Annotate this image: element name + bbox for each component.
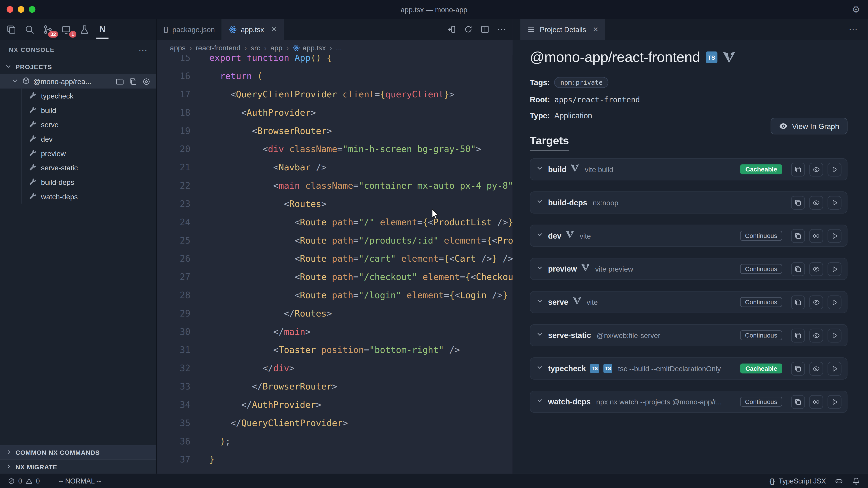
split-editor-icon[interactable] [480,25,489,34]
code-line-34[interactable]: 34 </AuthProvider> [157,396,513,414]
run-target-button[interactable] [828,196,841,209]
chevron-down-icon[interactable] [536,297,544,307]
target-icon[interactable] [142,77,151,86]
view-target-button[interactable] [809,162,823,176]
files-icon[interactable] [4,20,18,39]
language-mode[interactable]: {} TypeScript JSX [770,477,826,485]
view-target-button[interactable] [809,229,823,242]
sidebar-target-build-deps[interactable]: build-deps [0,175,156,189]
breadcrumb-item-apps[interactable]: apps [170,43,186,52]
search-icon[interactable] [23,20,36,39]
code-line-15[interactable]: 15export function App() { [157,55,513,67]
code-line-23[interactable]: 23 <Routes> [157,195,513,213]
code-line-38[interactable]: 38 [157,468,513,474]
breadcrumb-item-src[interactable]: src [251,43,260,52]
tree-section-projects[interactable]: PROJECTS [0,60,156,74]
code-line-36[interactable]: 36 ); [157,432,513,451]
tab-package-json[interactable]: {} package.json [157,19,222,40]
sidebar-section-common-nx-commands[interactable]: COMMON NX COMMANDS [0,445,156,459]
copy-icon[interactable] [129,77,137,86]
code-line-20[interactable]: 20 <div className="min-h-screen bg-gray-… [157,140,513,158]
chevron-down-icon[interactable] [536,264,544,274]
close-tab-icon[interactable]: ✕ [593,26,598,33]
chevron-down-icon[interactable] [536,164,544,174]
sidebar-target-build[interactable]: build [0,103,156,118]
copy-target-button[interactable] [791,162,805,176]
tab-project-details[interactable]: Project Details ✕ [520,19,605,40]
testing-flask-icon[interactable] [78,20,91,39]
bell-icon[interactable] [852,477,860,485]
code-line-30[interactable]: 30 </main> [157,323,513,341]
breadcrumb-item-react-frontend[interactable]: react-frontend [196,43,241,52]
view-in-graph-button[interactable]: View In Graph [770,118,847,134]
code-line-22[interactable]: 22 <main className="container mx-auto px… [157,176,513,195]
run-target-button[interactable] [828,395,841,409]
sidebar-target-serve-static[interactable]: serve-static [0,160,156,175]
sidebar-target-watch-deps[interactable]: watch-deps [0,189,156,204]
copy-target-button[interactable] [791,361,805,375]
copy-target-button[interactable] [791,262,805,276]
settings-gear-icon[interactable]: ⚙ [852,4,860,15]
code-line-29[interactable]: 29 </Routes> [157,304,513,323]
copy-target-button[interactable] [791,328,805,342]
run-target-button[interactable] [828,229,841,242]
code-line-28[interactable]: 28 <Route path="/login" element={<Login … [157,286,513,304]
more-actions-icon[interactable]: ⋯ [848,24,859,34]
copy-target-button[interactable] [791,196,805,209]
tab-app-tsx[interactable]: app.tsx ✕ [222,19,284,40]
code-line-33[interactable]: 33 </BrowserRouter> [157,377,513,396]
remote-monitor-icon[interactable]: 1 [59,20,72,39]
code-line-24[interactable]: 24 <Route path="/" element={<ProductList… [157,213,513,231]
code-line-25[interactable]: 25 <Route path="/products/:id" element={… [157,231,513,250]
view-target-button[interactable] [809,395,823,409]
run-target-button[interactable] [828,361,841,375]
close-tab-icon[interactable]: ✕ [271,26,277,33]
nx-console-icon[interactable]: N [96,20,109,39]
sidebar-target-dev[interactable]: dev [0,132,156,146]
code-line-31[interactable]: 31 <Toaster position="bottom-right" /> [157,341,513,359]
code-line-21[interactable]: 21 <Navbar /> [157,158,513,176]
open-changes-icon[interactable] [447,25,456,34]
copy-target-button[interactable] [791,229,805,242]
view-target-button[interactable] [809,295,823,309]
code-line-26[interactable]: 26 <Route path="/cart" element={<Cart />… [157,250,513,268]
view-target-button[interactable] [809,328,823,342]
view-target-button[interactable] [809,196,823,209]
copilot-icon[interactable] [835,477,843,485]
vim-mode-indicator[interactable]: -- NORMAL -- [59,477,101,485]
code-line-19[interactable]: 19 <BrowserRouter> [157,122,513,140]
panel-more-actions-icon[interactable]: ⋯ [138,44,148,55]
code-line-16[interactable]: 16 return ( [157,67,513,85]
copy-target-button[interactable] [791,395,805,409]
chevron-down-icon[interactable] [536,231,544,240]
code-line-17[interactable]: 17 <QueryClientProvider client={queryCli… [157,85,513,103]
breadcrumb-item--[interactable]: ... [336,43,342,52]
code-area[interactable]: 15export function App() {16 return (17 <… [157,55,513,474]
copy-target-button[interactable] [791,295,805,309]
code-line-18[interactable]: 18 <AuthProvider> [157,103,513,122]
code-line-32[interactable]: 32 </div> [157,359,513,377]
chevron-down-icon[interactable] [536,197,544,207]
breadcrumb-item-app[interactable]: app [270,43,282,52]
sidebar-target-serve[interactable]: serve [0,117,156,132]
sidebar-section-nx-migrate[interactable]: NX MIGRATE [0,459,156,474]
code-line-37[interactable]: 37} [157,450,513,468]
run-target-button[interactable] [828,328,841,342]
code-line-35[interactable]: 35 </QueryClientProvider> [157,414,513,432]
chevron-down-icon[interactable] [536,330,544,340]
run-target-button[interactable] [828,295,841,309]
breadcrumb-item-app-tsx[interactable]: app.tsx [292,43,326,52]
run-target-button[interactable] [828,162,841,176]
view-target-button[interactable] [809,361,823,375]
sidebar-target-preview[interactable]: preview [0,146,156,161]
problems-indicator[interactable]: 0 0 [8,477,40,485]
refresh-icon[interactable] [464,25,473,34]
chevron-down-icon[interactable] [536,397,544,407]
more-actions-icon[interactable]: ⋯ [497,24,507,35]
chevron-down-icon[interactable] [536,363,544,373]
sidebar-target-typecheck[interactable]: typecheck [0,89,156,103]
tree-item-project[interactable]: @mono-app/rea... [0,74,156,89]
folder-icon[interactable] [116,77,124,86]
view-target-button[interactable] [809,262,823,276]
run-target-button[interactable] [828,262,841,276]
